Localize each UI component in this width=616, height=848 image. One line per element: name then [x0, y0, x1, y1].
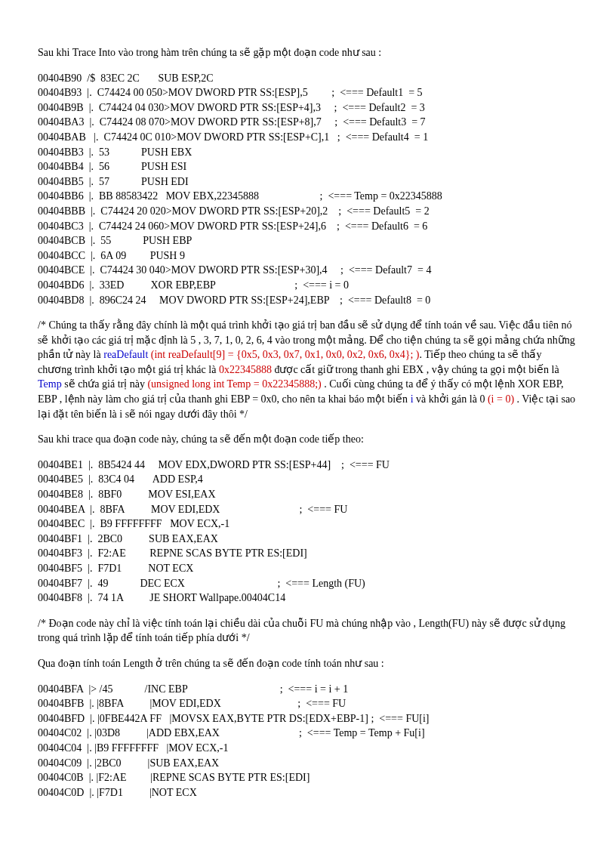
- asm-code-block-2: 00404BE1 |. 8B5424 44 MOV EDX,DWORD PTR …: [38, 458, 578, 606]
- asm-code-block-3: 00404BFA |> /45 /INC EBP ; <=== i = i + …: [38, 682, 578, 800]
- text: được cất giữ trong thanh ghi EBX , vậy c…: [272, 364, 559, 375]
- intro-paragraph-3: Qua đoạn tính toán Length ở trên chúng t…: [38, 656, 578, 671]
- reaDefault-decl: (int reaDefault[9] = {0x5, 0x3, 0x7, 0x1…: [148, 349, 419, 360]
- hex-value: 0x22345888: [219, 364, 272, 375]
- asm-code-block-1: 00404B90 /$ 83EC 2C SUB ESP,2C 00404B93 …: [38, 71, 578, 308]
- intro-paragraph-1: Sau khi Trace Into vào trong hàm trên ch…: [38, 45, 578, 60]
- var-reaDefault: reaDefault: [103, 349, 148, 360]
- intro-paragraph-2: Sau khi trace qua đoạn code này, chúng t…: [38, 432, 578, 447]
- var-temp: Temp: [38, 378, 62, 390]
- i-init: (i = 0): [488, 393, 514, 405]
- explanation-paragraph-2: /* Đoạn code này chỉ là việc tính toán l…: [38, 616, 578, 646]
- temp-decl: (unsigned long int Temp = 0x22345888;): [147, 378, 321, 390]
- text: và khởi gán là 0: [414, 393, 488, 405]
- explanation-paragraph-1: /* Chúng ta thấy rằng đây chính là một q…: [38, 318, 578, 421]
- text: sẽ chứa giá trị này: [62, 378, 148, 390]
